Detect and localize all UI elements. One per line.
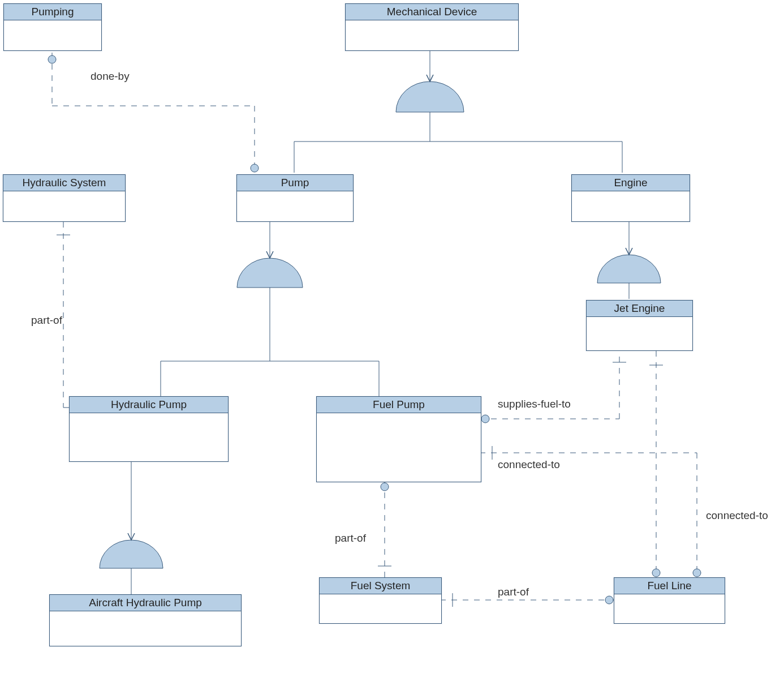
svg-point-24	[481, 415, 489, 423]
entity-jet-engine-header: Jet Engine	[587, 301, 692, 317]
entity-fuel-line[interactable]: Fuel Line	[614, 577, 725, 624]
svg-point-30	[693, 569, 701, 577]
svg-point-15	[48, 55, 56, 63]
entity-aircraft-hydraulic-pump-header: Aircraft Hydraulic Pump	[50, 595, 241, 611]
label-supplies-fuel-to: supplies-fuel-to	[498, 398, 571, 410]
label-connected-to-je-fl: connected-to	[706, 509, 768, 522]
svg-point-35	[381, 483, 389, 491]
gate-pump	[237, 258, 303, 288]
entity-fuel-system[interactable]: Fuel System	[319, 577, 442, 624]
rel-part-of-fp-fs	[378, 481, 391, 577]
entity-fuel-system-header: Fuel System	[320, 578, 441, 594]
entity-engine-header: Engine	[572, 175, 690, 191]
svg-point-18	[251, 164, 259, 172]
gate-engine	[597, 255, 661, 283]
entity-jet-engine[interactable]: Jet Engine	[586, 300, 693, 351]
svg-point-39	[605, 596, 613, 604]
label-connected-to-fp-fl: connected-to	[498, 458, 560, 471]
svg-point-33	[652, 569, 660, 577]
entity-hydraulic-pump[interactable]: Hydraulic Pump	[69, 396, 229, 462]
entity-fuel-pump-header: Fuel Pump	[317, 397, 481, 413]
entity-pump[interactable]: Pump	[236, 174, 354, 222]
entity-hydraulic-pump-header: Hydraulic Pump	[70, 397, 228, 413]
label-part-of-hs-hp: part-of	[31, 314, 62, 327]
gate-mech-device	[396, 82, 464, 112]
rel-done-by	[48, 53, 259, 173]
entity-mechanical-device-header: Mechanical Device	[346, 4, 518, 20]
rel-supplies-fuel-to	[480, 351, 626, 423]
label-part-of-fp-fs: part-of	[335, 532, 366, 545]
entity-pumping[interactable]: Pumping	[3, 3, 102, 51]
entity-mechanical-device[interactable]: Mechanical Device	[345, 3, 519, 51]
rel-part-of-hs-hp	[57, 222, 115, 411]
entity-engine[interactable]: Engine	[571, 174, 690, 222]
entity-fuel-pump[interactable]: Fuel Pump	[316, 396, 481, 482]
entity-hydraulic-system[interactable]: Hydraulic System	[3, 174, 126, 222]
entity-pumping-header: Pumping	[4, 4, 101, 20]
label-part-of-fs-fl: part-of	[498, 586, 529, 598]
entity-aircraft-hydraulic-pump[interactable]: Aircraft Hydraulic Pump	[49, 594, 242, 646]
gate-hyd-pump	[100, 540, 163, 568]
entity-hydraulic-system-header: Hydraulic System	[3, 175, 125, 191]
label-done-by: done-by	[91, 70, 130, 83]
entity-fuel-line-header: Fuel Line	[614, 578, 725, 594]
entity-pump-header: Pump	[237, 175, 353, 191]
rel-connected-to-je-fl	[649, 351, 663, 577]
